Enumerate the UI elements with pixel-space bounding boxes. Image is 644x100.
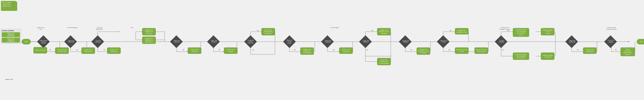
decision-assign-cost-buckets-label: Assign CostBuckets? [360,40,372,43]
act-define-customer-req: DefineCustomerReq./ProductFeatures [620,47,635,56]
where-cost-label: Where Cost [6,79,13,80]
act-assign-cost-est-one: Assign CostEstimator toOne Part [142,28,156,35]
general-activities-title: General Activities [2,30,20,32]
col-label-cost-params: Cost Parameters [63,27,82,28]
decision-override-label: OverrideTemplates? [496,40,508,43]
act-apply-changes-cost-set-label: Apply Changesto Cost Set [543,54,552,58]
edge-label-d9-yes: Yes [371,30,373,31]
act-assign-cost-tmpl-to-part-label: Assign CostTemplate to CostTemplate [418,49,429,54]
act-assign-cost-est-one-label: Assign CostEstimator toOne Part [145,29,153,34]
edge-label-d13-no: No [577,49,579,50]
edge-label-d5-no: No [218,49,220,50]
edge-label-d6-no: No [252,49,254,51]
decision-assign-cost-tmpl-to-part: Assign CostTemplate? [399,35,412,48]
act-assign-part-cost-grp-label: Assign Part CostGroup to Part [476,49,487,52]
start-node: Start [22,39,31,44]
edge-label-d1-no: No [50,49,51,50]
decision-define-cva: Define CVAImportance? [565,35,578,48]
decision-define-cost-buckets-label: Define CostBuck-ets? [208,40,220,43]
act-apply-changes-cost-grp-label: Apply Changesto CostGroup [543,29,552,34]
start-label: Start [25,41,28,43]
stop-label: Stop [640,41,643,43]
edge-label-d8-no: No [333,49,334,50]
edge-label-d7-no: No [294,49,296,50]
connector-layer [0,0,644,100]
general-activities-box: General Activities Where UsedAnalysis fo… [1,29,21,43]
act-copy-cost-buckets: Copy CostBuckets fromCost Template [377,58,391,65]
act-define-part-cost-grp-label: Define Part CostGroup [456,49,467,52]
act-define-part-cost-grp: Define Part CostGroup [455,47,468,54]
decision-use-cost-estimators-label: Use CostEstimators? [92,40,104,43]
header-box: Set Up Costing Basic Data (Activity Leve… [1,1,17,11]
header-title: Set Up Costing Basic Data (Activity Leve… [2,2,11,7]
decision-define-cost-buckets: Define CostBuck-ets? [207,35,220,48]
decision-define-cva-label: Define CVAImportance? [566,40,578,43]
act-assign-cost-tmpl-part-label: Assign CostTemplate to Part [456,30,467,33]
act-define-cost-params: Define CostParameters [82,47,95,54]
decision-use-part-cost-groups: Use Part CostGroups? [437,35,450,48]
edge-label-d10-no: No [411,49,412,50]
edge-label-d14-no: No [615,49,617,50]
col-label-define-cost-set: Define CostSet? [34,27,48,30]
act-assign-cost-est-many: Assign CostEstimator toMany Parts [142,37,156,44]
act-define-cost-template-label: Define CostTemplate [342,49,350,52]
act-define-cost-params-label: Define CostParameters [84,49,92,52]
col-label-customer-req: Customer ReqProduct Features [602,27,620,30]
decision-define-est-mht-cost: Define Est MhtCost perCost set? [37,35,50,48]
decision-assign-cost-elem-label: Assign CostElementsto CostBucket? [283,40,296,44]
edge-label-d2-no: No [76,49,78,50]
act-assign-cost-buckets-tmpl-label: Assign CostBuckets to CostTemplate [379,29,389,34]
act-copy-cost-buckets-label: Copy CostBuckets fromCost Template [379,59,388,64]
decision-override: OverrideTemplates? [495,35,508,48]
act-override-default-part-grp-label: Override DefaultCost Templateto Part Cos… [516,29,526,36]
decision-customer-req-label: Customer ReqProductFeatures? [604,40,617,43]
act-override-default-cost-set-label: Override DefaultCost Templatefor Cost Se… [516,54,526,59]
act-override-default-part-grp: Override DefaultCost Templateto Part Cos… [513,28,529,37]
act-assign-cost-tmpl-part: Assign CostTemplate to Part [455,28,468,34]
edge-label-d4-no: No [183,49,184,50]
act-define-cost-set-ext-label: Define Cost setExt Mht Cost [57,49,67,52]
edge-label-d12-no: No [502,49,504,51]
decision-customer-req: Customer ReqProductFeatures? [604,35,617,48]
decision-define-cost-params-label: Define CostParameters? [65,40,77,43]
act-define-cost-element: Define CostElement [188,47,201,54]
act-assign-cost-buckets-tmpl: Assign CostBuckets to CostTemplate [377,28,391,35]
act-define-cva-importance-label: Define CVAImportance [586,49,594,52]
act-assign-cost-elem-bucket: Assign CostElement toCost Bucket [300,47,314,55]
act-apply-changes-cost-grp: Apply Changesto CostGroup [541,28,554,35]
edge-label-d11-yes: Yes [450,30,452,31]
decision-assign-cost-tmpl-to-part-label: Assign CostTemplate? [400,40,412,43]
act-define-cost-set: Define Cost Set [34,47,47,53]
decision-cost-bucket-cross: Cost BucketCrossReference? [244,35,257,48]
act-define-cost-set-label: Define Cost Set [35,49,45,51]
decision-use-part-cost-groups-label: Use Part CostGroups? [438,40,450,43]
act-enter-cost-bucket-cross: Enter CostBucket CrossReference [262,28,275,35]
decision-define-cost-templates-label: Define CostTemplates? [322,40,334,43]
edge-label-d6-yes: Yes [257,30,259,31]
act-assign-cost-est-many-label: Assign CostEstimator toMany Parts [145,38,153,43]
act-assign-cost-elem-bucket-label: Assign CostElement toCost Bucket [303,49,311,54]
where-used-buckets: Where UsedAnalysis forCost Buckets [2,32,20,37]
act-define-cost-set-ext: Define Cost setExt Mht Cost [55,47,69,54]
decision-use-cost-estimators: Use CostEstimators? [91,35,104,48]
act-define-cost-element-label: Define CostElement [191,49,198,52]
act-define-cva-importance: Define CVAImportance [583,47,596,54]
act-define-customer-req-label: DefineCustomerReq./ProductFeatures [624,48,632,55]
act-enter-cost-bucket-cross-label: Enter CostBucket CrossReference [264,29,272,34]
decision-define-cost-params: Define CostParameters? [64,35,77,48]
act-define-cost-bucket: Define CostBucket [224,47,238,54]
act-define-cost-estimator: Define CostEstimator [107,47,121,54]
edge-label-d12-yes: Yes [507,30,509,31]
edge-label-d9-no: No [366,49,368,51]
act-override-default-cost-set: Override DefaultCost Templatefor Cost Se… [513,53,529,60]
act-assign-part-cost-grp: Assign Part CostGroup to Part [474,47,488,54]
col-label-override: Override Cost Template Cost Set [494,27,516,30]
where-used-elements: Where UsedAnalysis forCost Elements [2,38,20,43]
stop-node: Stop [637,39,644,44]
col-label-use-cost-est: Use CostEstimators? [90,27,108,30]
act-apply-changes-cost-set: Apply Changesto Cost Set [541,53,554,60]
edge-label-d3-no: No [104,49,105,50]
diagram-container: Set Up Costing Basic Data (Activity Leve… [0,0,644,100]
edge-label-d11-no: No [449,49,450,50]
decision-define-cost-templates: Define CostTemplates? [321,35,334,48]
